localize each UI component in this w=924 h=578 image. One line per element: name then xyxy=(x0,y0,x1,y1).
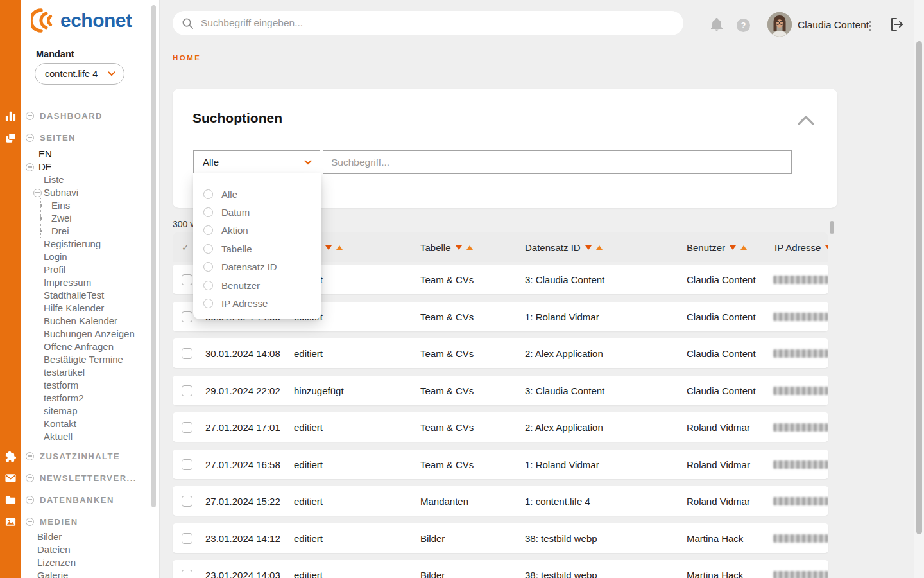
column-header-datensatz-id[interactable]: Datensatz ID xyxy=(525,232,603,262)
radio-icon[interactable] xyxy=(203,299,213,308)
table-row[interactable]: 29.01.2024 22:02 hinzugefügt Team & CVs … xyxy=(173,376,828,405)
radio-icon[interactable] xyxy=(203,189,213,199)
expand-plus-icon[interactable] xyxy=(26,496,34,504)
page-scrollbar-thumb[interactable] xyxy=(916,41,922,534)
sidebar-item-bilder[interactable]: Bilder xyxy=(0,530,151,543)
search-term-input[interactable] xyxy=(323,150,792,174)
expand-plus-icon[interactable] xyxy=(26,474,34,482)
radio-icon[interactable] xyxy=(203,225,213,235)
column-header-benutzer[interactable]: Benutzer xyxy=(687,232,747,262)
mandant-select[interactable]: content.life 4 xyxy=(35,63,124,85)
sidebar-item-hilfe-kalender[interactable]: Hilfe Kalender xyxy=(0,302,151,315)
sidebar-item-bestaetigte-termine[interactable]: Bestätigte Termine xyxy=(0,353,151,366)
sidebar-item-buchen-kalender[interactable]: Buchen Kalender xyxy=(0,315,151,328)
filter-option-datensatz-id[interactable]: Datensatz ID xyxy=(193,258,321,276)
sort-asc-icon[interactable] xyxy=(466,245,473,250)
sidebar-section-datenbanken[interactable]: DATENBANKEN xyxy=(26,492,151,507)
sort-desc-icon[interactable] xyxy=(730,245,736,250)
user-name[interactable]: Claudia Content xyxy=(798,19,869,31)
table-row[interactable]: 27.01.2024 15:22 editiert Mandanten 1: c… xyxy=(173,486,828,516)
sidebar-item-sitemap[interactable]: sitemap xyxy=(0,405,151,417)
select-all-check[interactable]: ✓ xyxy=(182,232,189,262)
user-avatar[interactable] xyxy=(767,12,792,37)
sidebar-item-lizenzen[interactable]: Lizenzen xyxy=(0,556,151,569)
sidebar-item-login[interactable]: Login xyxy=(0,250,151,263)
sidebar-item-profil[interactable]: Profil xyxy=(0,263,151,276)
sort-desc-icon[interactable] xyxy=(456,245,462,250)
sidebar-item-subnavi[interactable]: Subnavi xyxy=(0,186,151,199)
sidebar-section-medien[interactable]: MEDIEN xyxy=(26,514,151,529)
expand-plus-icon[interactable] xyxy=(26,112,34,120)
radio-icon[interactable] xyxy=(203,262,213,272)
sort-asc-icon[interactable] xyxy=(596,245,603,250)
sidebar-item-aktuell[interactable]: Aktuell xyxy=(0,430,151,443)
notifications-bell-icon[interactable] xyxy=(710,17,724,31)
radio-icon[interactable] xyxy=(203,207,213,217)
sidebar-item-testform2[interactable]: testform2 xyxy=(0,392,151,405)
sidebar-item-impressum[interactable]: Impressum xyxy=(0,276,151,289)
filter-option-ip-adresse[interactable]: IP Adresse xyxy=(193,294,321,312)
row-checkbox[interactable] xyxy=(182,311,193,322)
column-header-tabelle[interactable]: Tabelle xyxy=(420,232,473,262)
sidebar-section-seiten[interactable]: SEITEN xyxy=(26,130,151,145)
sidebar-item-testartikel[interactable]: testartikel xyxy=(0,366,151,379)
kebab-menu-icon[interactable] xyxy=(868,19,873,33)
filter-option-aktion[interactable]: Aktion xyxy=(193,222,321,240)
row-checkbox[interactable] xyxy=(182,348,193,359)
breadcrumb[interactable]: HOME xyxy=(173,54,201,62)
filter-option-alle[interactable]: Alle xyxy=(193,185,321,203)
sidebar-item-buchungen-anzeigen[interactable]: Buchungen Anzeigen xyxy=(0,328,151,340)
row-checkbox[interactable] xyxy=(182,533,193,544)
column-header-ip-adresse[interactable]: IP Adresse xyxy=(774,232,828,262)
row-checkbox[interactable] xyxy=(182,496,193,507)
sidebar-item-liste[interactable]: Liste xyxy=(0,173,151,186)
filter-option-tabelle[interactable]: Tabelle xyxy=(193,240,321,258)
collapse-minus-icon[interactable] xyxy=(26,163,34,171)
sort-asc-icon[interactable] xyxy=(336,245,343,250)
sidebar-item-drei[interactable]: Drei xyxy=(0,225,151,238)
row-checkbox[interactable] xyxy=(182,570,193,578)
filter-option-benutzer[interactable]: Benutzer xyxy=(193,276,321,294)
filter-select[interactable]: Alle xyxy=(193,150,320,174)
chevron-up-icon[interactable] xyxy=(798,116,814,125)
sidebar-item-stadthalletest[interactable]: StadthalleTest xyxy=(0,289,151,302)
collapse-minus-icon[interactable] xyxy=(26,518,34,526)
sidebar-item-kontakt[interactable]: Kontakt xyxy=(0,417,151,430)
sidebar-item-galerie[interactable]: Galerie xyxy=(0,569,151,578)
sidebar-item-en[interactable]: EN xyxy=(0,148,151,161)
table-row[interactable]: 23.01.2024 14:03 editiert Bilder 38: tes… xyxy=(173,560,828,578)
sidebar-item-zwei[interactable]: Zwei xyxy=(0,212,151,225)
sidebar-section-dashboard[interactable]: DASHBOARD xyxy=(26,108,151,123)
sidebar-item-offene-anfragen[interactable]: Offene Anfragen xyxy=(0,340,151,353)
global-search-input[interactable] xyxy=(200,17,587,30)
sort-desc-icon[interactable] xyxy=(585,245,592,250)
sort-desc-icon[interactable] xyxy=(825,245,828,250)
sidebar-section-newsletter[interactable]: NEWSLETTERVER... xyxy=(26,470,151,486)
table-row[interactable]: 23.01.2024 14:12 editiert Bilder 38: tes… xyxy=(173,523,828,553)
collapse-minus-icon[interactable] xyxy=(26,134,34,142)
sidebar-item-de[interactable]: DE xyxy=(0,161,151,173)
filter-option-datum[interactable]: Datum xyxy=(193,203,321,221)
row-checkbox[interactable] xyxy=(182,274,193,285)
logout-icon[interactable] xyxy=(888,16,905,33)
table-row[interactable]: 27.01.2024 17:01 editiert Team & CVs 2: … xyxy=(173,412,828,442)
row-checkbox[interactable] xyxy=(182,459,193,470)
sort-asc-icon[interactable] xyxy=(740,245,747,250)
table-row[interactable]: 30.01.2024 14:08 editiert Team & CVs 2: … xyxy=(173,338,828,368)
table-row[interactable]: 27.01.2024 16:58 editiert Team & CVs 1: … xyxy=(173,450,828,479)
radio-icon[interactable] xyxy=(203,244,213,254)
expand-plus-icon[interactable] xyxy=(26,452,34,460)
row-checkbox[interactable] xyxy=(182,422,193,433)
collapse-minus-icon[interactable] xyxy=(33,189,42,197)
echonet-logo[interactable]: echonet xyxy=(31,8,132,33)
sidebar-item-registrierung[interactable]: Registrierung xyxy=(0,238,151,250)
radio-icon[interactable] xyxy=(203,281,213,290)
sidebar-item-eins[interactable]: Eins xyxy=(0,199,151,212)
sidebar-scrollbar[interactable] xyxy=(151,5,156,507)
sidebar-section-zusatzinhalte[interactable]: ZUSATZINHALTE xyxy=(26,448,151,464)
page-scrollbar[interactable] xyxy=(914,0,924,578)
help-icon[interactable]: ? xyxy=(737,19,750,32)
sidebar-item-testform[interactable]: testform xyxy=(0,379,151,392)
table-scrollbar[interactable] xyxy=(830,221,834,234)
row-checkbox[interactable] xyxy=(182,385,193,396)
